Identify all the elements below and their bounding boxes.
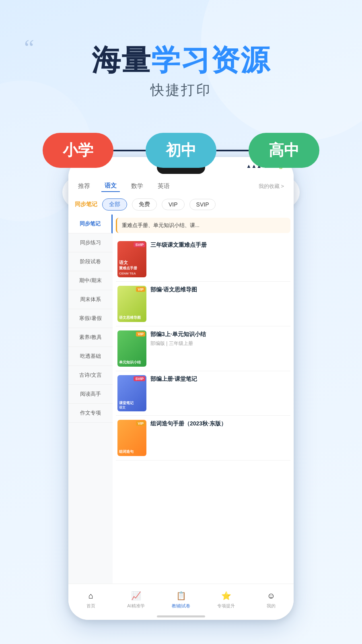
filter-row: 同步笔记 全部 免费 VIP SVIP: [68, 194, 294, 215]
sidebar-item-3[interactable]: 期中/期末: [68, 271, 113, 290]
tab-recommend[interactable]: 推荐: [75, 181, 93, 192]
ai-icon: 📈: [130, 590, 142, 601]
content-title-0: 三年级课文重难点手册: [150, 241, 289, 249]
category-row: 小学 初中 高中: [0, 133, 362, 168]
hero-section: 海量学习资源 快捷打印: [0, 44, 362, 99]
filter-free[interactable]: 免费: [132, 198, 157, 211]
content-info-1: 部编·语文思维导图: [150, 286, 289, 295]
tab-chinese[interactable]: 语文: [101, 180, 120, 192]
content-title-1: 部编·语文思维导图: [150, 286, 289, 294]
nav-mine[interactable]: ☺ 我的: [249, 590, 294, 609]
content-thumb-4: VIP 组词造句: [117, 420, 146, 456]
phone-bottom-nav: ⌂ 首页 📈 AI精准学 📋 教辅|试卷 ⭐ 专项提升 ☺ 我的: [68, 584, 294, 620]
filter-section-label: 同步笔记: [75, 200, 97, 209]
tab-english[interactable]: 英语: [154, 181, 173, 192]
content-info-2: 部编3上·单元知识小结 部编版 | 三年级上册: [150, 330, 289, 347]
thumb-text-3: 课堂笔记 语文: [119, 401, 145, 410]
sidebar-item-8[interactable]: 古诗/文言: [68, 366, 113, 385]
content-title-3: 部编上册·课堂笔记: [150, 375, 289, 383]
content-thumb-3: SVIP 课堂笔记 语文: [117, 375, 146, 411]
home-icon: ⌂: [85, 590, 97, 601]
sidebar-item-5[interactable]: 寒假/暑假: [68, 309, 113, 328]
content-subtitle-2: 部编版 | 三年级上册: [150, 340, 289, 347]
home-indicator: [157, 615, 205, 617]
content-info-3: 部编上册·课堂笔记: [150, 375, 289, 385]
hero-title: 海量学习资源: [0, 44, 362, 76]
cat-line-2: [216, 150, 249, 151]
tab-math[interactable]: 数学: [128, 181, 146, 192]
nav-home-label: 首页: [86, 603, 95, 609]
content-title-2: 部编3上·单元知识小结: [150, 330, 289, 339]
content-info-4: 组词造句手册（2023秋·东版）: [150, 420, 289, 429]
phone-top-nav: 推荐 语文 数学 英语 我的收藏 >: [68, 175, 294, 194]
nav-improve[interactable]: ⭐ 专项提升: [204, 590, 249, 609]
thumb-text-2: 单元知识小结: [119, 360, 145, 365]
subject-tabs: 推荐 语文 数学 英语 我的收藏 >: [75, 178, 287, 194]
content-item-0[interactable]: SVIP 语文 重难点手册 CENM TEA 三年级课文重难点手册: [116, 237, 290, 282]
sidebar-item-6[interactable]: 素养/教具: [68, 328, 113, 347]
thumb-text-1: 语文思维导图: [119, 316, 145, 320]
sidebar-item-7[interactable]: 吃透基础: [68, 347, 113, 366]
sidebar-item-1[interactable]: 同步练习: [68, 233, 113, 252]
content-thumb-0: SVIP 语文 重难点手册 CENM TEA: [117, 241, 146, 277]
category-tertiary-btn[interactable]: 高中: [249, 133, 319, 168]
improve-icon: ⭐: [220, 590, 232, 601]
thumb-badge-4: VIP: [136, 421, 145, 426]
filter-svip[interactable]: SVIP: [189, 199, 216, 210]
filter-vip[interactable]: VIP: [162, 199, 185, 210]
hero-subtitle: 快捷打印: [0, 81, 362, 99]
phone-frame: 15:48 ▲▲▲ WiFi 🔋 推荐 语文 数学 英语 我的收藏 > 同步笔记…: [68, 157, 294, 620]
nav-textbook[interactable]: 📋 教辅|试卷: [158, 590, 204, 609]
sidebar-item-4[interactable]: 周末体系: [68, 290, 113, 309]
phone-content: 同步笔记 同步练习 阶段试卷 期中/期末 周末体系 寒假/暑假 素养/教具 吃透…: [68, 215, 294, 601]
sidebar-item-10[interactable]: 作文专项: [68, 404, 113, 423]
tab-collect[interactable]: 我的收藏 >: [255, 181, 287, 192]
cat-line-1: [113, 150, 146, 151]
nav-home[interactable]: ⌂ 首页: [68, 590, 113, 609]
nav-mine-label: 我的: [267, 603, 276, 609]
thumb-badge-3: SVIP: [134, 376, 145, 381]
content-item-2[interactable]: VIP 单元知识小结 部编3上·单元知识小结 部编版 | 三年级上册: [116, 326, 290, 371]
content-title-4: 组词造句手册（2023秋·东版）: [150, 420, 289, 428]
main-content-area: 重难点手册、单元知识小结、课... SVIP 语文 重难点手册 CENM TEA…: [113, 215, 294, 601]
sidebar: 同步笔记 同步练习 阶段试卷 期中/期末 周末体系 寒假/暑假 素养/教具 吃透…: [68, 215, 113, 601]
hero-title-black: 海量: [92, 44, 151, 76]
thumb-text-0: 语文 重难点手册 CENM TEA: [119, 260, 145, 276]
sidebar-item-9[interactable]: 阅读高手: [68, 385, 113, 404]
nav-improve-label: 专项提升: [217, 603, 235, 609]
nav-textbook-label: 教辅|试卷: [172, 603, 191, 609]
thumb-badge-2: VIP: [136, 332, 145, 336]
category-primary-btn[interactable]: 小学: [43, 133, 113, 168]
phone-wrapper: 15:48 ▲▲▲ WiFi 🔋 推荐 语文 数学 英语 我的收藏 > 同步笔记…: [68, 157, 294, 620]
sidebar-item-2[interactable]: 阶段试卷: [68, 252, 113, 271]
content-thumb-1: VIP 语文思维导图: [117, 286, 146, 322]
content-item-3[interactable]: SVIP 课堂笔记 语文 部编上册·课堂笔记: [116, 371, 290, 416]
content-info-0: 三年级课文重难点手册: [150, 241, 289, 251]
hero-title-blue: 学习资源: [151, 44, 270, 76]
content-banner[interactable]: 重难点手册、单元知识小结、课...: [116, 218, 290, 233]
filter-all[interactable]: 全部: [102, 198, 127, 211]
content-item-1[interactable]: VIP 语文思维导图 部编·语文思维导图: [116, 282, 290, 326]
sidebar-item-0[interactable]: 同步笔记: [68, 215, 113, 233]
mine-icon: ☺: [265, 590, 277, 601]
category-secondary-btn[interactable]: 初中: [146, 133, 216, 168]
thumb-text-4: 组词造句: [119, 450, 145, 454]
nav-ai[interactable]: 📈 AI精准学: [113, 590, 158, 609]
nav-ai-label: AI精准学: [127, 603, 144, 609]
thumb-badge-0: SVIP: [134, 242, 145, 247]
content-item-4[interactable]: VIP 组词造句 组词造句手册（2023秋·东版）: [116, 416, 290, 460]
textbook-icon: 📋: [175, 590, 187, 601]
thumb-badge-1: VIP: [136, 287, 145, 292]
content-thumb-2: VIP 单元知识小结: [117, 330, 146, 367]
